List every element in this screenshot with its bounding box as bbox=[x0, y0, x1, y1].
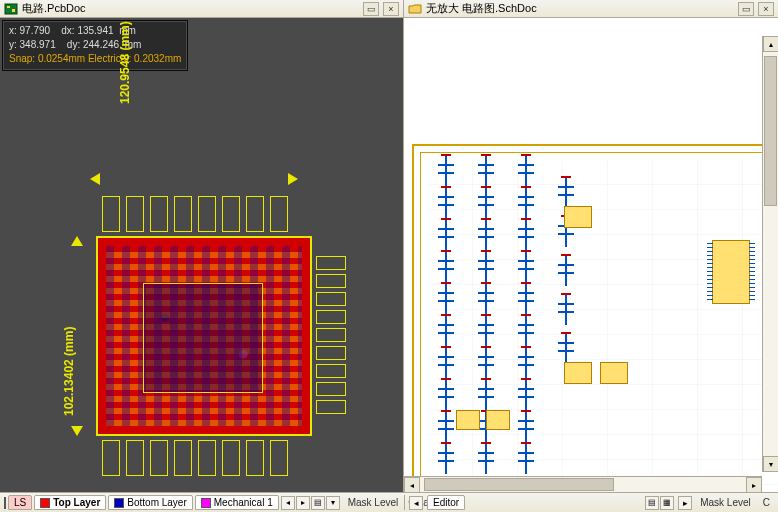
layer-tab-top[interactable]: Top Layer bbox=[34, 495, 106, 510]
pcb-canvas[interactable]: x: 97.790 dx: 135.941 mm y: 348.971 dy: … bbox=[0, 18, 403, 492]
pad-row-top bbox=[102, 196, 288, 232]
sch-maximize-button[interactable]: ▭ bbox=[738, 2, 754, 16]
dimension-arrow-vertical bbox=[76, 236, 78, 436]
schematic-ic-small[interactable] bbox=[564, 362, 592, 384]
scroll-right-button[interactable]: ▸ bbox=[746, 477, 762, 492]
coord-dx-value: 135.941 bbox=[77, 25, 113, 36]
layer-tab-mechanical[interactable]: Mechanical 1 bbox=[195, 495, 279, 510]
coord-x-value: 97.790 bbox=[20, 25, 51, 36]
sch-title: 无放大 电路图.SchDoc bbox=[426, 1, 734, 16]
pcb-maximize-button[interactable]: ▭ bbox=[363, 2, 379, 16]
dimension-label-vertical: 102.13402 (mm) bbox=[62, 327, 76, 416]
dimension-label-horizontal: 120.9548 (mm) bbox=[118, 21, 132, 104]
layer-tab-bottom[interactable]: Bottom Layer bbox=[108, 495, 192, 510]
schematic-ic-small[interactable] bbox=[564, 206, 592, 228]
schematic-ic-small[interactable] bbox=[486, 410, 510, 430]
schematic-ic-small[interactable] bbox=[600, 362, 628, 384]
pcb-doc-icon bbox=[4, 3, 18, 15]
editor-tab[interactable]: Editor bbox=[427, 495, 465, 510]
coord-dy-value: 244.246 bbox=[83, 39, 119, 50]
pcb-board[interactable] bbox=[96, 236, 312, 436]
scroll-down-button[interactable]: ▾ bbox=[763, 456, 778, 472]
snap-info: Snap: 0.0254mm Electrical: 0.2032mm bbox=[9, 52, 181, 66]
schematic-ic-small[interactable] bbox=[456, 410, 480, 430]
coord-y-value: 348.971 bbox=[20, 39, 56, 50]
layer-set-tab[interactable]: LS bbox=[8, 495, 32, 510]
schematic-ic-main[interactable] bbox=[712, 240, 750, 304]
current-layer-swatch[interactable] bbox=[4, 497, 6, 509]
schematic-panel: 无放大 电路图.SchDoc ▭ × bbox=[404, 0, 778, 492]
sch-tool-icon[interactable]: ▤ bbox=[645, 496, 659, 510]
sch-tool-icon[interactable]: ▦ bbox=[660, 496, 674, 510]
sch-close-button[interactable]: × bbox=[758, 2, 774, 16]
sch-titlebar: 无放大 电路图.SchDoc ▭ × bbox=[404, 0, 778, 18]
editor-tab-label: Editor bbox=[433, 497, 459, 508]
scroll-up-button[interactable]: ▴ bbox=[763, 36, 778, 52]
scroll-thumb-h[interactable] bbox=[424, 478, 614, 491]
component-column-1 bbox=[438, 164, 454, 462]
pcb-panel: 电路.PcbDoc ▭ × x: 97.790 dx: 135.941 mm y… bbox=[0, 0, 404, 492]
layer-label-mechanical: Mechanical 1 bbox=[214, 497, 273, 508]
tab-scroll-right-icon[interactable]: ▸ bbox=[678, 496, 692, 510]
layer-prev-icon[interactable]: ◂ bbox=[281, 496, 295, 510]
sch-tool-icons: ▤ ▦ bbox=[645, 496, 674, 510]
scroll-track-h[interactable] bbox=[420, 477, 746, 492]
schematic-sheet bbox=[412, 144, 778, 492]
svg-rect-0 bbox=[5, 4, 17, 14]
coord-y-label: y: bbox=[9, 39, 17, 50]
pcb-titlebar: 电路.PcbDoc ▭ × bbox=[0, 0, 403, 18]
coordinate-overlay: x: 97.790 dx: 135.941 mm y: 348.971 dy: … bbox=[2, 20, 188, 71]
layer-nav-icons: ◂ ▸ ▤ ▾ bbox=[281, 496, 340, 510]
layer-config-icon[interactable]: ▤ bbox=[311, 496, 325, 510]
coord-dy-label: dy: bbox=[67, 39, 80, 50]
pcb-close-button[interactable]: × bbox=[383, 2, 399, 16]
coord-dx-label: dx: bbox=[61, 25, 74, 36]
swatch-icon bbox=[201, 498, 211, 508]
pcb-layer-bar: LS Top Layer Bottom Layer Mechanical 1 ◂… bbox=[0, 495, 404, 510]
horizontal-scrollbar[interactable]: ◂ ▸ bbox=[404, 476, 762, 492]
sch-mask-level-button[interactable]: Mask Level bbox=[696, 497, 755, 508]
tab-scroll-left-icon[interactable]: ◂ bbox=[409, 496, 423, 510]
scroll-left-button[interactable]: ◂ bbox=[404, 477, 420, 492]
pad-col-right bbox=[316, 256, 346, 414]
dimension-arrow-horizontal bbox=[90, 178, 298, 180]
svg-rect-1 bbox=[7, 6, 10, 8]
mask-level-button[interactable]: Mask Level bbox=[344, 497, 403, 508]
status-bar: LS Top Layer Bottom Layer Mechanical 1 ◂… bbox=[0, 492, 778, 512]
layer-label-top: Top Layer bbox=[53, 497, 100, 508]
svg-rect-2 bbox=[12, 9, 15, 12]
sch-clear-button[interactable]: C bbox=[759, 497, 774, 508]
workspace: 电路.PcbDoc ▭ × x: 97.790 dx: 135.941 mm y… bbox=[0, 0, 778, 492]
layer-set-label: LS bbox=[14, 497, 26, 508]
swatch-icon bbox=[114, 498, 124, 508]
folder-icon bbox=[408, 3, 422, 15]
layer-label-bottom: Bottom Layer bbox=[127, 497, 186, 508]
pad-row-bottom bbox=[102, 440, 288, 476]
schematic-canvas[interactable]: ▴ ▾ ◂ ▸ bbox=[404, 18, 778, 492]
vertical-scrollbar[interactable]: ▴ ▾ bbox=[762, 36, 778, 472]
pcb-title: 电路.PcbDoc bbox=[22, 1, 359, 16]
swatch-icon bbox=[40, 498, 50, 508]
scroll-thumb-v[interactable] bbox=[764, 56, 777, 206]
scroll-track-v[interactable] bbox=[763, 52, 778, 456]
layer-next-icon[interactable]: ▸ bbox=[296, 496, 310, 510]
layer-dropdown-icon[interactable]: ▾ bbox=[326, 496, 340, 510]
coord-x-label: x: bbox=[9, 25, 17, 36]
component-column-3 bbox=[518, 164, 534, 462]
sch-status-bar: ◂ Editor ▤ ▦ ▸ Mask Level C bbox=[404, 495, 778, 510]
